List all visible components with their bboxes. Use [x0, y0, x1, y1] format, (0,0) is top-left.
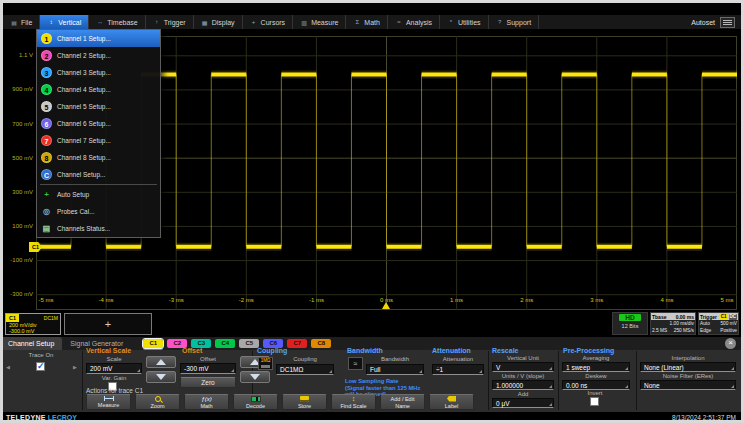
- dropdown-item-label: Channel 3 Setup...: [57, 69, 111, 76]
- timebase-sample-rate: 250 MS/s: [674, 327, 694, 334]
- dropdown-item[interactable]: 8 Channel 8 Setup...: [37, 149, 160, 166]
- value-field[interactable]: V: [492, 362, 554, 372]
- v-axis-label: 1.1 V: [0, 52, 33, 58]
- find-scale-button[interactable]: Find Scale: [331, 394, 376, 410]
- math-button[interactable]: Math: [184, 394, 229, 410]
- value-field[interactable]: 0.00 ns: [562, 380, 630, 390]
- field-group: Interpolation None (Linear): [640, 355, 736, 372]
- menu-item[interactable]: ↔ Timebase: [89, 15, 145, 29]
- value-field[interactable]: None: [640, 380, 736, 390]
- dropdown-item[interactable]: 2 Channel 2 Setup...: [37, 47, 160, 64]
- coupling-field[interactable]: DC1MΩ: [276, 364, 334, 375]
- menu-item[interactable]: ? Support: [489, 15, 540, 29]
- timebase-position: 0.00 ms: [676, 314, 694, 320]
- scale-increase-button[interactable]: [146, 356, 176, 368]
- menu-item[interactable]: ▥ Measure: [293, 15, 346, 29]
- menu-item[interactable]: Σ Math: [346, 15, 388, 29]
- zero-offset-button[interactable]: Zero: [180, 377, 236, 388]
- label-button[interactable]: Label: [429, 394, 474, 410]
- channel-tab[interactable]: C7: [287, 339, 307, 348]
- preprocessing-header: Pre-Processing: [563, 347, 614, 354]
- channel-tab[interactable]: C8: [311, 339, 331, 348]
- trace-on-checkbox[interactable]: [36, 362, 45, 371]
- menu-item[interactable]: ≈ Analysis: [388, 15, 440, 29]
- menu-item[interactable]: * Utilities: [440, 15, 489, 29]
- offset-field[interactable]: -300 mV: [180, 363, 236, 374]
- invert-checkbox[interactable]: [590, 397, 599, 406]
- prev-trace-arrow[interactable]: ◀: [6, 364, 10, 370]
- dropdown-item[interactable]: 4 Channel 4 Setup...: [37, 81, 160, 98]
- close-dialog-button[interactable]: ×: [725, 338, 736, 349]
- attenuation-label: Attenuation: [432, 356, 484, 362]
- dropdown-item[interactable]: 7 Channel 7 Setup...: [37, 132, 160, 149]
- menu-item[interactable]: ↑ Trigger: [146, 15, 194, 29]
- channels-status-icon: ▤: [41, 224, 52, 233]
- add-edit-name-button[interactable]: Add / Edit Name: [380, 394, 425, 410]
- separator: [82, 351, 83, 410]
- value-field[interactable]: 1 sweep: [562, 362, 630, 372]
- offset-value: -300 mV: [184, 365, 209, 372]
- v-axis-label: 500 mV: [0, 155, 33, 161]
- trigger-summary-box[interactable]: Trigger C1 DC Auto 500 mV Edge Positive: [698, 312, 739, 335]
- value-field[interactable]: None (Linear): [640, 362, 736, 372]
- invert-label: Invert: [570, 390, 620, 396]
- channel-badge: 2: [41, 50, 52, 61]
- zoom-button[interactable]: Zoom: [135, 394, 180, 410]
- timebase-label: Tbase: [652, 314, 666, 320]
- menu-item-label: Analysis: [406, 19, 432, 26]
- attenuation-value: ÷1: [436, 366, 443, 373]
- store-button[interactable]: Store: [282, 394, 327, 410]
- bandwidth-field[interactable]: Full: [366, 364, 424, 375]
- menu-item[interactable]: + Cursors: [243, 15, 294, 29]
- field-group: Units / V (slope) 1.000000: [492, 373, 554, 390]
- menu-item[interactable]: ↕ Vertical: [40, 15, 89, 29]
- auto-setup-icon: +: [41, 190, 52, 199]
- channel-tab[interactable]: C4: [215, 339, 235, 348]
- dropdown-item-label: Channel 2 Setup...: [57, 52, 111, 59]
- dropdown-item[interactable]: ▤ Channels Status...: [37, 220, 160, 237]
- menu-item-label: Cursors: [261, 19, 286, 26]
- field-group: Vertical Unit V: [492, 355, 554, 372]
- menu-item[interactable]: ▦ Display: [194, 15, 243, 29]
- scale-field[interactable]: 200 mV: [86, 363, 142, 374]
- timebase-summary-box[interactable]: Tbase 0.00 ms 1.00 ms/div 2.5 MS 250 MS/…: [650, 312, 696, 335]
- trigger-header: Trigger C1 DC: [699, 313, 738, 320]
- dropdown-item[interactable]: 5 Channel 5 Setup...: [37, 98, 160, 115]
- tab-channel-setup[interactable]: Channel Setup: [0, 337, 62, 350]
- menu-item-label: File: [21, 19, 32, 26]
- timebase-menu-icon: ↔: [96, 19, 104, 25]
- dropdown-item[interactable]: 1 Channel 1 Setup...: [37, 30, 160, 47]
- c1-trace-descriptor[interactable]: C1 DC1M 200 mV/div -300.0 mV: [5, 313, 61, 335]
- dropdown-item-label: Channel 5 Setup...: [57, 103, 111, 110]
- scale-value: 200 mV: [90, 365, 112, 372]
- menu-item[interactable]: ▤ File: [3, 15, 40, 29]
- hd-mode-indicator[interactable]: HD 12 Bits: [612, 312, 648, 335]
- dropdown-item-label: Channel 4 Setup...: [57, 86, 111, 93]
- dropdown-item-label: Channel 6 Setup...: [57, 120, 111, 127]
- channel-tab[interactable]: C1: [143, 339, 163, 348]
- offset-decrease-button[interactable]: [240, 371, 270, 383]
- dropdown-item[interactable]: ◎ Probes Cal...: [37, 203, 160, 220]
- undo-autoset-button[interactable]: [720, 17, 735, 28]
- field-label: Deskew: [562, 373, 630, 380]
- trigger-label: Trigger: [700, 314, 717, 320]
- dropdown-item[interactable]: + Auto Setup: [37, 186, 160, 203]
- attenuation-field[interactable]: ÷1: [432, 364, 484, 375]
- dropdown-item-label: Channel 8 Setup...: [57, 154, 111, 161]
- vertical-menu-icon: ↕: [47, 19, 55, 25]
- trace-on-label: Trace On: [8, 352, 74, 358]
- decode-button[interactable]: Decode: [233, 394, 278, 410]
- value-field[interactable]: 1.000000: [492, 380, 554, 390]
- next-trace-arrow[interactable]: ▶: [73, 364, 77, 370]
- measure-button[interactable]: Measure: [86, 394, 131, 410]
- menu-item-label: Utilities: [458, 19, 481, 26]
- autoset-button[interactable]: Autoset: [691, 19, 715, 26]
- dropdown-item[interactable]: 3 Channel 3 Setup...: [37, 64, 160, 81]
- trigger-time-marker[interactable]: [382, 302, 390, 309]
- add-trace-button[interactable]: +: [64, 313, 152, 335]
- vertical-scale-header: Vertical Scale: [86, 347, 131, 354]
- dropdown-item[interactable]: C Channel Setup...: [37, 166, 160, 183]
- dropdown-item[interactable]: 6 Channel 6 Setup...: [37, 115, 160, 132]
- scale-decrease-button[interactable]: [146, 371, 176, 383]
- value-field[interactable]: 0 μV: [492, 398, 554, 408]
